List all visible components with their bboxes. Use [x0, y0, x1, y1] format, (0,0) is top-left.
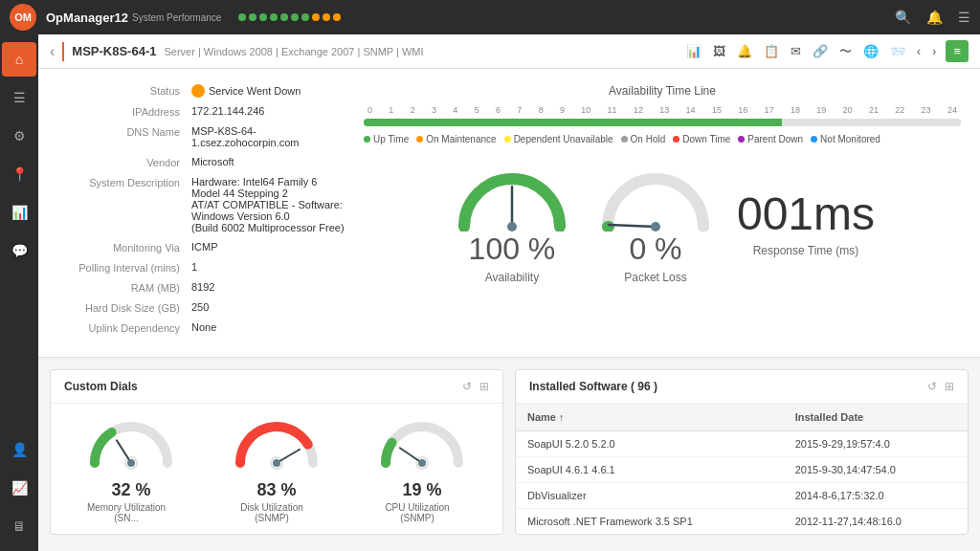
top-section: StatusService Went DownIPAddress172.21.1…: [38, 69, 980, 358]
info-label: Polling Interval (mins): [57, 261, 191, 274]
dial-value: 19 %: [369, 480, 475, 500]
page-content: StatusService Went DownIPAddress172.21.1…: [38, 69, 980, 551]
legend-dot: [621, 136, 628, 143]
legend-item: Dependent Unavailable: [504, 134, 613, 144]
next-icon[interactable]: ›: [930, 42, 938, 60]
timeline-number: 11: [608, 105, 617, 115]
legend-item: Parent Down: [738, 134, 803, 144]
availability-value: 100 %: [450, 231, 574, 267]
search-icon[interactable]: 🔍: [895, 10, 911, 25]
availability-section: Availability Time Line 01234567891011121…: [364, 84, 961, 342]
custom-dials-panel: Custom Dials ↺ ⊞ 32 %Memory Utilization …: [50, 369, 503, 535]
content-area: ‹ MSP-K8S-64-1 Server | Windows 2008 | E…: [38, 34, 980, 551]
timeline-number: 14: [686, 105, 696, 115]
info-label: System Description: [57, 176, 191, 188]
sidebar-item-user[interactable]: 👤: [2, 432, 36, 467]
timeline-number: 19: [816, 105, 826, 115]
legend-dot: [504, 136, 511, 143]
installed-software-panel: Installed Software ( 96 ) ↺ ⊞ Name ↑Inst…: [515, 369, 969, 535]
expand-icon[interactable]: ⊞: [479, 380, 489, 393]
svg-point-3: [651, 222, 660, 231]
dial-item: 83 %Disk Utilization (SNMP): [224, 415, 329, 523]
app-name: OpManager12: [46, 11, 128, 25]
timeline-number: 10: [581, 105, 590, 115]
timeline-number: 17: [765, 105, 774, 115]
subheader-tools: 📊 🖼 🔔 📋 ✉ 🔗 〜 🌐 📨 ‹ › ≡: [684, 40, 969, 62]
svg-point-6: [127, 459, 135, 467]
refresh-icon[interactable]: ↺: [462, 380, 472, 393]
gauges-row: 100 % Availability 0 %: [364, 160, 961, 284]
timeline-number: 13: [659, 105, 669, 115]
config-icon[interactable]: 📋: [762, 42, 781, 60]
timeline-number: 0: [368, 105, 372, 115]
info-label: Hard Disk Size (GB): [57, 301, 191, 314]
svg-line-2: [609, 225, 656, 227]
timeline-bar: [364, 119, 961, 126]
info-value: 8192: [191, 281, 345, 293]
status-dot: [333, 13, 341, 21]
legend-dot: [364, 136, 370, 143]
email-icon[interactable]: ✉: [789, 42, 803, 60]
packet-loss-gauge: 0 % Packet Loss: [593, 160, 718, 284]
sidebar-item-system[interactable]: 🖥: [2, 509, 36, 543]
avail-title: Availability Time Line: [364, 84, 961, 98]
custom-dials-title: Custom Dials: [64, 380, 462, 393]
chart-icon[interactable]: 📊: [684, 42, 703, 60]
info-value: Hardware: Intel64 Family 6 Model 44 Step…: [191, 176, 345, 233]
legend-dot: [416, 136, 423, 143]
dials-row: 32 %Memory Utilization (SN... 83 %Disk U…: [51, 404, 502, 531]
sidebar-item-chat[interactable]: 💬: [2, 233, 36, 268]
status-dot: [301, 13, 309, 21]
sw-expand-icon[interactable]: ⊞: [945, 380, 954, 393]
device-meta: Server | Windows 2008 | Exchange 2007 | …: [164, 46, 423, 57]
back-button[interactable]: ‹: [50, 43, 55, 60]
info-row: VendorMicrosoft: [57, 156, 345, 168]
sw-name: SoapUI 4.6.1 4.6.1: [516, 457, 784, 483]
sidebar-item-home[interactable]: ⌂: [2, 42, 36, 77]
timeline-bar-fill: [364, 119, 782, 126]
prev-icon[interactable]: ‹: [915, 42, 923, 60]
alerts-icon[interactable]: 🔔: [735, 42, 754, 60]
dial-value: 83 %: [224, 480, 329, 500]
packet-loss-label: Packet Loss: [593, 271, 718, 284]
sidebar-item-settings[interactable]: ⚙: [2, 119, 36, 153]
image-icon[interactable]: 🖼: [711, 42, 727, 60]
notifications-icon[interactable]: 🔔: [926, 10, 943, 25]
info-value: MSP-K8S-64-1.csez.zohocorpin.com: [191, 125, 345, 148]
device-info-table: StatusService Went DownIPAddress172.21.1…: [57, 84, 345, 342]
svg-line-8: [277, 450, 300, 463]
menu-toggle[interactable]: ≡: [946, 40, 969, 62]
globe-icon[interactable]: 🌐: [861, 42, 880, 60]
info-row: System DescriptionHardware: Intel64 Fami…: [57, 176, 345, 233]
status-dot: [238, 13, 246, 21]
sw-table-col-header[interactable]: Name ↑: [516, 404, 784, 431]
timeline-number: 7: [517, 105, 522, 115]
info-row: IPAddress172.21.144.246: [57, 105, 345, 118]
info-row: Uplink DependencyNone: [57, 321, 345, 334]
legend-item: Not Monitored: [811, 134, 880, 144]
link-icon[interactable]: 🔗: [811, 42, 830, 60]
sidebar-item-location[interactable]: 📍: [2, 157, 36, 191]
sw-refresh-icon[interactable]: ↺: [927, 380, 937, 393]
dial-svg: [369, 415, 475, 477]
bottom-panels: Custom Dials ↺ ⊞ 32 %Memory Utilization …: [38, 358, 980, 546]
sidebar-item-monitor[interactable]: 📊: [2, 195, 36, 230]
availability-label: Availability: [450, 271, 574, 284]
menu-icon[interactable]: ☰: [958, 10, 970, 25]
sidebar-item-list[interactable]: ☰: [2, 80, 36, 115]
sidebar: ⌂ ☰ ⚙ 📍 📊 💬 👤 📈 🖥: [0, 34, 38, 551]
wave-icon[interactable]: 〜: [837, 41, 854, 62]
sw-table-row: DbVisualizer2014-8-6,17:5:32.0: [516, 483, 968, 509]
sw-name: SoapUI 5.2.0 5.2.0: [516, 431, 784, 457]
info-value: Service Went Down: [191, 84, 345, 98]
custom-dials-panel-icons: ↺ ⊞: [462, 380, 489, 393]
dial-label: CPU Utilization (SNMP): [369, 502, 465, 523]
timeline-number: 3: [432, 105, 436, 115]
software-table: Name ↑Installed Date SoapUI 5.2.0 5.2.02…: [516, 404, 968, 534]
sidebar-item-chart[interactable]: 📈: [2, 471, 36, 505]
dial-label: Memory Utilization (SN...: [78, 502, 174, 523]
sw-table-row: SoapUI 4.6.1 4.6.12015-9-30,14:47:54.0: [516, 457, 968, 483]
timeline-number: 20: [843, 105, 853, 115]
mail2-icon[interactable]: 📨: [888, 42, 907, 60]
dial-label: Disk Utilization (SNMP): [224, 502, 320, 523]
